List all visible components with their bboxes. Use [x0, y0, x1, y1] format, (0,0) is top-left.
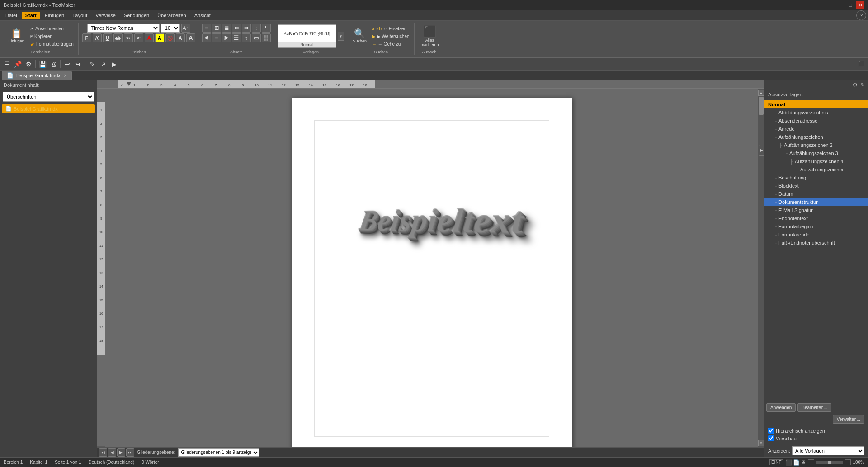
bearbeiten-button[interactable]: Bearbeiten...	[797, 403, 831, 412]
pt-item-aufzählungszeichen-2[interactable]: ├ Aufzählungszeichen 2	[764, 141, 868, 149]
pt-item-blocktext[interactable]: ├ Blocktext	[764, 182, 868, 190]
pt-item-beschriftung[interactable]: ├ Beschriftung	[764, 174, 868, 182]
menu-verweise[interactable]: Verweise	[92, 12, 119, 19]
pt-item-endnotentext[interactable]: ├ Endnotentext	[764, 214, 868, 222]
nav-prev-button[interactable]: ◀	[108, 448, 116, 457]
italic-button[interactable]: K	[93, 33, 102, 42]
menu-sendungen[interactable]: Sendungen	[120, 12, 153, 19]
menu-datei[interactable]: Datei	[2, 12, 21, 19]
pt-item-abbildungsverzeichnis[interactable]: ├ Abbildungsverzeichnis	[764, 108, 868, 117]
status-view-3[interactable]: 🖥	[801, 459, 806, 466]
right-panel-tool-2[interactable]: ✎	[859, 81, 866, 89]
status-plus[interactable]: +	[845, 459, 851, 465]
pt-item-formularende[interactable]: ├ Formularende	[764, 231, 868, 239]
minimize-button[interactable]: ─	[836, 1, 844, 9]
scroll-up-button[interactable]: ▲	[758, 90, 764, 96]
gliederung-select[interactable]: Gliederungsebenen 1 bis 9 anzeigen	[178, 448, 259, 457]
ausschneiden-button[interactable]: ✂ Ausschneiden	[28, 25, 75, 32]
pt-item-aufzählungszeichen-4[interactable]: ├ Aufzählungszeichen 4	[764, 157, 868, 165]
font-size-small-button[interactable]: A	[176, 33, 185, 42]
anzeigen-select[interactable]: Alle Vorlagen Benutzte Vorlagen Eigene V…	[792, 446, 864, 455]
toolbar-undo-button[interactable]: ↩	[62, 59, 72, 69]
font-size-selector[interactable]: 10	[161, 24, 180, 33]
line-spacing-button[interactable]: ↕	[242, 33, 251, 42]
pt-item-email-signatur[interactable]: ├ E-Mail-Signatur	[764, 206, 868, 214]
menu-start[interactable]: Start	[22, 12, 40, 19]
list-bullet-button[interactable]: ≡	[202, 24, 211, 33]
toolbar-arrow-button[interactable]: ↗	[98, 59, 108, 69]
indent-dec-button[interactable]: ⇐	[232, 24, 241, 33]
pt-item-formularbeginn[interactable]: ├ Formularbeginn	[764, 222, 868, 231]
nav-last-button[interactable]: ⏭	[126, 448, 134, 457]
help-icon[interactable]: ?	[856, 10, 866, 20]
menu-ansicht[interactable]: Ansicht	[191, 12, 214, 19]
weitersuchen-button[interactable]: ▶ ▶ Weitersuchen	[370, 33, 411, 40]
toolbar-settings-button[interactable]: ⚙	[24, 59, 33, 69]
scroll-thumb[interactable]	[759, 97, 764, 115]
menu-überarbeiten[interactable]: Überarbeiten	[154, 12, 190, 19]
status-view-1[interactable]: ⬛	[785, 459, 792, 466]
highlight-button[interactable]: A	[155, 33, 164, 42]
toolbar-menu-button[interactable]: ☰	[2, 59, 12, 69]
strikethrough-button[interactable]: ab	[113, 33, 123, 42]
toolbar-view-icon[interactable]: ⬛	[856, 59, 866, 69]
font-selector[interactable]: Times New Roman	[87, 24, 160, 33]
pt-item-fuss-endnotenüberschrift[interactable]: └ Fuß-/Endnotenüberschrift	[764, 239, 868, 247]
hierarchisch-checkbox[interactable]	[768, 428, 774, 434]
vorlagen-preview-box[interactable]: AaBbCcDdEeFfGgHhIiJj Normal	[278, 24, 336, 48]
font-grow-button[interactable]: A↑	[181, 24, 190, 33]
pt-item-aufzählungszeichen-3[interactable]: ├ Aufzählungszeichen 3	[764, 149, 868, 157]
pt-item-anrede[interactable]: ├ Anrede	[764, 125, 868, 133]
vorlagen-dropdown-arrow[interactable]: ▼	[338, 32, 344, 41]
subscript-button[interactable]: x₁	[124, 33, 133, 42]
zoom-thumb[interactable]	[828, 461, 831, 464]
underline-button[interactable]: U	[103, 33, 112, 42]
clear-format-button[interactable]: 🚫	[165, 33, 175, 42]
gehe-zu-button[interactable]: → → Gehe zu	[370, 41, 411, 47]
toolbar-play-button[interactable]: ▶	[109, 59, 119, 69]
outline-button[interactable]: ≣	[222, 24, 231, 33]
close-button[interactable]: ✕	[856, 1, 864, 9]
align-justify-button[interactable]: ☰	[232, 33, 241, 42]
menu-einfügen[interactable]: Einfügen	[41, 12, 68, 19]
sort-button[interactable]: ↕	[252, 24, 261, 33]
einfügen-button[interactable]: 📋 Einfügen	[5, 28, 27, 44]
suchen-button[interactable]: 🔍 Suchen	[351, 28, 369, 44]
toolbar-redo-button[interactable]: ↪	[73, 59, 83, 69]
right-panel-tool-1[interactable]: ⚙	[851, 81, 859, 89]
scroll-down-button[interactable]: ▼	[758, 440, 764, 446]
format-übertragen-button[interactable]: 🖌 Format übertragen	[28, 41, 75, 47]
pt-item-datum[interactable]: ├ Datum	[764, 190, 868, 198]
vorschau-checkbox[interactable]	[768, 435, 774, 441]
bold-button[interactable]: F	[82, 33, 91, 42]
pilcrow-button[interactable]: ¶	[262, 24, 271, 33]
shading-button[interactable]: ▒	[262, 33, 271, 42]
doc-canvas[interactable]: Beispieltext	[105, 89, 758, 447]
nav-next-button[interactable]: ▶	[117, 448, 125, 457]
pt-item-normal[interactable]: Normal	[764, 100, 868, 108]
indent-inc-button[interactable]: ⇒	[242, 24, 251, 33]
pt-item-absenderadresse[interactable]: ├ Absenderadresse	[764, 117, 868, 125]
doc-tree-item[interactable]: 📄 Beispiel Grafik.tmdx	[2, 104, 95, 113]
toolbar-print-button[interactable]: 🖨	[48, 59, 58, 69]
toolbar-edit-button[interactable]: ✎	[87, 59, 97, 69]
maximize-button[interactable]: □	[846, 1, 854, 9]
align-right-button[interactable]: ⫸	[222, 33, 231, 42]
menu-layout[interactable]: Layout	[69, 12, 91, 19]
ersetzen-button[interactable]: a↔b ↔ Ersetzen	[370, 25, 411, 32]
border-button[interactable]: ▭	[252, 33, 261, 42]
v-scrollbar[interactable]: ▲ ▼	[758, 89, 764, 447]
doc-tab-beispiel[interactable]: 📄 Beispiel Grafik.tmdx ✕	[2, 71, 72, 80]
kopieren-button[interactable]: ⎘ Kopieren	[28, 33, 75, 40]
pt-item-aufzählungszeichen[interactable]: ├ Aufzählungszeichen	[764, 133, 868, 141]
style-dropdown[interactable]: Überschriften Alle Stile Absatzstile	[3, 92, 94, 102]
font-size-large-button[interactable]: A	[186, 33, 195, 42]
toolbar-save-button[interactable]: 💾	[38, 59, 47, 69]
align-left-button[interactable]: ⫷	[202, 33, 211, 42]
list-number-button[interactable]: ⊞	[212, 24, 221, 33]
superscript-button[interactable]: x²	[134, 33, 143, 42]
align-center-button[interactable]: ≡	[212, 33, 221, 42]
anwenden-button[interactable]: Anwenden	[766, 403, 796, 412]
status-minus[interactable]: −	[808, 459, 814, 465]
font-color-button[interactable]: A	[145, 33, 154, 42]
